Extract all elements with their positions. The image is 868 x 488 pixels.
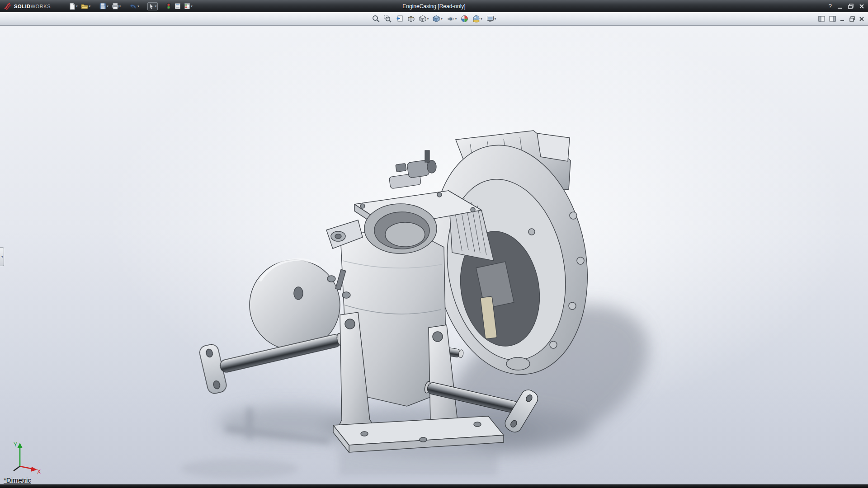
collapse-arrow-icon: ◂ <box>1 255 3 258</box>
save-button[interactable]: ▾ <box>99 2 109 10</box>
taskbar-edge <box>0 484 868 488</box>
dropdown-arrow[interactable]: ▾ <box>191 5 193 8</box>
properties-icon <box>175 3 181 9</box>
hide-show-items-button[interactable]: ▾ <box>446 15 458 23</box>
view-orientation-cube-icon <box>419 15 427 23</box>
save-icon <box>99 3 106 9</box>
undo-button[interactable]: ▾ <box>129 2 140 10</box>
window-controls: ? <box>829 0 864 12</box>
new-document-button[interactable]: ▾ <box>68 2 79 11</box>
view-settings-button[interactable]: ▾ <box>486 15 497 23</box>
dropdown-arrow[interactable]: ▾ <box>441 17 443 20</box>
view-orientation-button[interactable]: ▾ <box>419 14 429 23</box>
section-view-button[interactable] <box>407 14 415 23</box>
doc-restore-button[interactable] <box>849 16 855 22</box>
zoom-to-area-icon <box>384 15 392 23</box>
dropdown-arrow[interactable]: ▾ <box>427 17 429 20</box>
solidworks-logo: SOLIDWORKS <box>0 2 56 10</box>
dropdown-arrow[interactable]: ▾ <box>155 5 157 8</box>
edit-appearance-button[interactable] <box>460 14 469 23</box>
display-style-icon <box>433 15 440 23</box>
close-button[interactable] <box>859 4 864 9</box>
restore-button[interactable] <box>848 4 854 9</box>
window-title: EngineCasing [Read-only] <box>402 3 465 9</box>
dropdown-arrow[interactable]: ▾ <box>495 17 496 20</box>
dropdown-arrow[interactable]: ▾ <box>455 17 457 20</box>
solidworks-logo-icon <box>4 2 12 10</box>
print-button[interactable]: ▾ <box>111 2 122 10</box>
help-button[interactable]: ? <box>829 3 832 9</box>
triad-y-label: Y <box>14 441 17 448</box>
dropdown-arrow[interactable]: ▾ <box>119 5 121 8</box>
apply-scene-icon <box>472 15 480 23</box>
previous-view-button[interactable] <box>395 14 404 23</box>
triad-x-label: X <box>37 469 41 474</box>
options-icon <box>184 3 190 9</box>
dropdown-arrow[interactable]: ▾ <box>137 5 139 8</box>
graphics-area[interactable]: ◂ Y X *Dimetric <box>0 26 868 484</box>
hide-show-eye-icon <box>447 15 455 23</box>
new-document-icon <box>69 3 75 10</box>
open-document-button[interactable]: ▾ <box>80 2 92 10</box>
minimize-button[interactable] <box>837 4 843 9</box>
zoom-to-fit-button[interactable] <box>372 14 380 23</box>
doc-close-button[interactable] <box>859 16 864 22</box>
section-view-icon <box>407 15 415 23</box>
featuremanager-collapsed-tab[interactable]: ◂ <box>0 247 4 266</box>
display-style-button[interactable]: ▾ <box>432 14 443 23</box>
doc-minimize-button[interactable] <box>840 16 845 22</box>
rebuild-stoplight-icon <box>166 3 171 9</box>
headsup-view-toolbar: ▾ ▾ ▾ ▾ <box>0 12 868 26</box>
model-engine-casing[interactable] <box>0 26 868 484</box>
open-document-icon <box>81 3 89 9</box>
carburetor-assembly <box>389 150 436 189</box>
select-cursor-icon <box>149 3 155 9</box>
select-button[interactable]: ▾ <box>147 2 158 10</box>
dropdown-arrow[interactable]: ▾ <box>76 5 78 8</box>
apply-scene-button[interactable]: ▾ <box>472 14 483 23</box>
dropdown-arrow[interactable]: ▾ <box>481 17 482 20</box>
print-icon <box>112 3 119 9</box>
previous-view-icon <box>396 15 403 23</box>
edit-appearance-ball-icon <box>461 15 468 23</box>
view-orientation-label: *Dimetric <box>4 476 31 484</box>
rebuild-button[interactable] <box>165 2 172 10</box>
options-button[interactable]: ▾ <box>183 2 193 10</box>
pane-toggle-left-icon[interactable] <box>818 16 825 22</box>
model-reflection <box>181 450 497 479</box>
pane-toggle-right-icon[interactable] <box>829 16 836 22</box>
zoom-to-area-button[interactable] <box>383 14 392 23</box>
brand-text: SOLIDWORKS <box>14 4 51 9</box>
standard-toolbar: ▾ ▾ ▾ ▾ <box>68 2 193 11</box>
reference-triad: Y X <box>6 440 42 474</box>
undo-icon <box>130 3 137 9</box>
titlebar: SOLIDWORKS ▾ ▾ ▾ <box>0 0 868 12</box>
dropdown-arrow[interactable]: ▾ <box>107 5 108 8</box>
zoom-to-fit-icon <box>372 15 380 23</box>
view-settings-icon <box>486 15 494 23</box>
document-window-controls <box>818 12 864 25</box>
dropdown-arrow[interactable]: ▾ <box>89 5 91 8</box>
edit-properties-button[interactable] <box>174 2 182 10</box>
